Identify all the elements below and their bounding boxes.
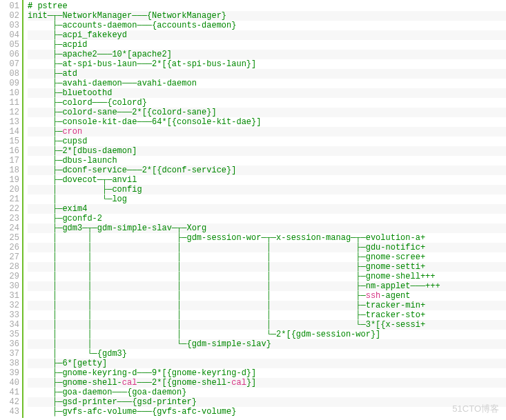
line-number: 29 <box>0 272 19 281</box>
code-line: ├─2*[dbus-daemon] <box>28 146 506 156</box>
line-number-gutter: 0102030405060708091011121314151617181920… <box>0 0 23 418</box>
line-number: 27 <box>0 252 19 262</box>
code-line: │ │ │ │ ├─gnome-shell+++ <box>28 272 506 281</box>
line-number: 35 <box>0 330 19 339</box>
code-line: │ │ │ │ └─3*[{x-sessi+ <box>28 320 506 330</box>
code-line: ├─at-spi-bus-laun───2*[{at-spi-bus-laun}… <box>28 59 506 69</box>
code-line: │ ├─config <box>28 185 506 194</box>
code-line: ├─accounts-daemon───{accounts-daemon} <box>28 21 506 30</box>
line-number: 09 <box>0 79 19 88</box>
line-number: 37 <box>0 349 19 359</box>
line-number: 34 <box>0 320 19 330</box>
line-number: 41 <box>0 388 19 397</box>
code-line: │ │ │ │ ├─gnome-setti+ <box>28 262 506 272</box>
code-line: ├─avahi-daemon───avahi-daemon <box>28 79 506 88</box>
code-line: ├─goa-daemon───{goa-daemon} <box>28 388 506 397</box>
code-line: ├─colord-sane───2*[{colord-sane}] <box>28 108 506 117</box>
code-line: │ │ │ │ ├─nm-applet───+++ <box>28 281 506 291</box>
line-number: 06 <box>0 50 19 59</box>
code-line: ├─acpid <box>28 40 506 50</box>
line-number: 21 <box>0 194 19 204</box>
code-line: # pstree <box>28 1 506 11</box>
code-line: init─┬─NetworkManager───{NetworkManager} <box>28 11 506 21</box>
code-line: ├─apache2───10*[apache2] <box>28 50 506 59</box>
code-line: ├─colord───{colord} <box>28 98 506 108</box>
code-line: │ │ │ │ ├─gdu-notific+ <box>28 243 506 252</box>
code-line: ├─gnome-shell-cal───2*[{gnome-shell-cal}… <box>28 378 506 388</box>
line-number: 42 <box>0 397 19 407</box>
line-number: 05 <box>0 40 19 50</box>
line-number: 24 <box>0 223 19 233</box>
code-line: ├─dconf-service───2*[{dconf-service}] <box>28 166 506 175</box>
line-number: 14 <box>0 127 19 137</box>
code-line: ├─6*[getty] <box>28 359 506 368</box>
line-number: 07 <box>0 59 19 69</box>
line-number: 16 <box>0 146 19 156</box>
line-number: 04 <box>0 30 19 40</box>
line-number: 10 <box>0 88 19 98</box>
line-number: 43 <box>0 407 19 417</box>
line-number: 31 <box>0 291 19 301</box>
code-line: ├─cupsd <box>28 137 506 146</box>
line-number: 23 <box>0 214 19 223</box>
code-line: ├─gnome-keyring-d───9*[{gnome-keyring-d}… <box>28 368 506 378</box>
code-content: # pstreeinit─┬─NetworkManager───{Network… <box>23 0 506 418</box>
code-line: ├─acpi_fakekeyd <box>28 30 506 40</box>
line-number: 26 <box>0 243 19 252</box>
code-line: ├─atd <box>28 69 506 79</box>
line-number: 02 <box>0 11 19 21</box>
line-number: 20 <box>0 185 19 194</box>
code-line: ├─gconfd-2 <box>28 214 506 223</box>
line-number: 25 <box>0 233 19 243</box>
line-number: 19 <box>0 175 19 185</box>
code-line: ├─cron <box>28 127 506 137</box>
code-line: ├─exim4 <box>28 204 506 214</box>
code-line: ├─dovecot─┬─anvil <box>28 175 506 185</box>
code-line: │ │ │ │ ├─ssh-agent <box>28 291 506 301</box>
code-line: ├─bluetoothd <box>28 88 506 98</box>
line-number: 11 <box>0 98 19 108</box>
code-line: ├─gvfs-afc-volume───{gvfs-afc-volume} <box>28 407 506 417</box>
code-line: ├─dbus-launch <box>28 156 506 166</box>
line-number: 32 <box>0 301 19 310</box>
code-line: │ │ │ └─2*[{gdm-session-wor}] <box>28 330 506 339</box>
line-number: 08 <box>0 69 19 79</box>
code-line: ├─gdm3─┬─gdm-simple-slav─┬─Xorg <box>28 223 506 233</box>
line-number: 22 <box>0 204 19 214</box>
line-number: 15 <box>0 137 19 146</box>
line-number: 13 <box>0 117 19 127</box>
line-number: 36 <box>0 339 19 349</box>
code-line: │ │ ├─gdm-session-wor─┬─x-session-manag─… <box>28 233 506 243</box>
line-number: 01 <box>0 1 19 11</box>
code-line: │ │ │ │ ├─gnome-scree+ <box>28 252 506 262</box>
line-number: 03 <box>0 21 19 30</box>
line-number: 39 <box>0 368 19 378</box>
line-number: 38 <box>0 359 19 368</box>
code-line: │ │ │ │ ├─tracker-sto+ <box>28 310 506 320</box>
line-number: 17 <box>0 156 19 166</box>
code-line: │ └─{gdm3} <box>28 349 506 359</box>
line-number: 28 <box>0 262 19 272</box>
line-number: 12 <box>0 108 19 117</box>
code-line: │ │ └─{gdm-simple-slav} <box>28 339 506 349</box>
line-number: 33 <box>0 310 19 320</box>
code-line: ├─gsd-printer───{gsd-printer} <box>28 397 506 407</box>
line-number: 40 <box>0 378 19 388</box>
code-line: ├─console-kit-dae───64*[{console-kit-dae… <box>28 117 506 127</box>
code-line: │ └─log <box>28 194 506 204</box>
line-number: 30 <box>0 281 19 291</box>
code-line: │ │ │ │ ├─tracker-min+ <box>28 301 506 310</box>
code-block: 0102030405060708091011121314151617181920… <box>0 0 506 418</box>
line-number: 18 <box>0 166 19 175</box>
